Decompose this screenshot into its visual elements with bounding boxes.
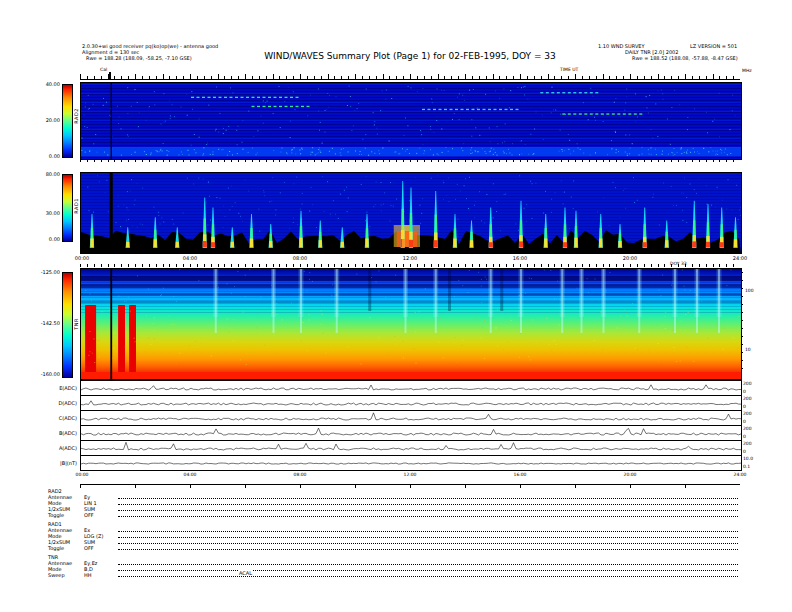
tnr-panel-label: TNR (73, 318, 79, 330)
status-row-value: HH (84, 572, 116, 578)
time-label-5: 20:00 (615, 255, 645, 261)
bottom-time-label-5: 20:00 (615, 472, 645, 477)
strip-chart-e (81, 381, 741, 396)
rad1-colorbar-mid: 30.00 (30, 210, 60, 216)
tnr-right-tick-100: 100 (745, 288, 754, 294)
rad2-spectrogram (81, 83, 741, 159)
time-label-1: 04:00 (175, 255, 205, 261)
tnr-panel (80, 268, 742, 380)
strip-c-min: 0 (743, 419, 746, 424)
strip-a-max: 200 (743, 441, 752, 446)
page-title: WIND/WAVES Summary Plot (Page 1) for 02-… (80, 51, 740, 62)
rad1-colorbar (62, 174, 73, 242)
rad2-colorbar (62, 84, 73, 158)
acal-annotation: ACAL (238, 570, 253, 576)
strip-trace-c (81, 411, 741, 425)
status-dotted-leader (118, 544, 738, 550)
status-row-label: Sweep (48, 572, 84, 578)
bottom-time-label-6: 24:00 (725, 472, 755, 477)
rad1-panel (80, 172, 742, 254)
time-label-2: 08:00 (285, 255, 315, 261)
rad1-panel-label: RAD1 (73, 198, 79, 214)
mhz-unit-label: MHz (742, 68, 752, 74)
wind-waves-summary-plot: 2.0.30+wi good receiver pq(ko)op(we) - a… (0, 0, 792, 612)
rad2-colorbar-max: 40.00 (30, 81, 60, 87)
status-row: ToggleOFF (48, 512, 740, 518)
strip-c-max: 200 (743, 411, 752, 416)
tnr-colorbar (62, 272, 73, 378)
strip-chart-b (81, 426, 741, 441)
cal-marker-label: Cal (100, 67, 107, 73)
strip-chart-a (81, 441, 741, 456)
strip-e-max: 200 (743, 381, 752, 386)
bottom-time-label-3: 12:00 (395, 472, 425, 477)
strip-trace-bmag (81, 456, 741, 470)
strip-trace-b (81, 426, 741, 440)
strip-a-min: 0 (743, 449, 746, 454)
status-group-tnr: TNR AntennaeEy,Ez ModeB,D SweepHHACAL (48, 554, 740, 578)
time-label-3: 12:00 (395, 255, 425, 261)
rad2-colorbar-min: 0.00 (30, 153, 60, 159)
time-label-0: 00:00 (67, 255, 97, 261)
rad2-colorbar-mid: 20.00 (30, 117, 60, 123)
status-row: SweepHHACAL (48, 572, 740, 578)
strip-label-c: C(ADC) (26, 415, 77, 421)
strip-label-b: B(ADC) (26, 430, 77, 436)
strip-label-d: D(ADC) (26, 400, 77, 406)
tnr-top-ticks (80, 264, 740, 267)
rad1-colorbar-min: 0.00 (30, 236, 60, 242)
strip-e-min: 0 (743, 389, 746, 394)
strip-b-min: 0 (743, 434, 746, 439)
strip-chart-block (80, 380, 742, 471)
strip-label-a: A(ADC) (26, 445, 77, 451)
strip-d-min: 0 (743, 404, 746, 409)
strip-d-max: 200 (743, 396, 752, 401)
status-dotted-leader (118, 511, 738, 517)
rad2-panel (80, 82, 742, 160)
instrument-status-block: RAD2 AntennaeEy ModeLIN 1 1/2xSUMSUM Tog… (48, 488, 740, 581)
lz-version-label: LZ VERSION = 501 (690, 43, 737, 49)
tnr-colorbar-max: -125.00 (26, 269, 60, 275)
status-row: ToggleOFF (48, 545, 740, 551)
status-dotted-leader: ACAL (118, 571, 738, 577)
time-label-4: 16:00 (505, 255, 535, 261)
rad2-panel-label: RAD2 (73, 108, 79, 124)
bottom-time-label-4: 16:00 (505, 472, 535, 477)
tnr-spectrogram (81, 269, 741, 379)
status-row-label: Toggle (48, 512, 84, 518)
time-label-6: 24:00 (725, 255, 755, 261)
bottom-time-label-0: 00:00 (67, 472, 97, 477)
strip-label-e: E(ADC) (26, 385, 77, 391)
bottom-time-label-1: 04:00 (175, 472, 205, 477)
bottom-time-label-2: 08:00 (285, 472, 315, 477)
tnr-right-tick-10: 10 (745, 347, 751, 353)
rad1-spectrogram (81, 173, 741, 253)
strip-chart-bmag (81, 456, 741, 470)
strip-bmag-min: 0.1 (743, 464, 750, 469)
strip-bmag-max: 10.0 (743, 456, 753, 461)
strip-chart-d (81, 396, 741, 411)
tnr-right-axis-ticks (741, 272, 743, 376)
time-axis-title: TIME UT (560, 67, 578, 73)
status-row-value: OFF (84, 545, 116, 551)
status-group-rad2: RAD2 AntennaeEy ModeLIN 1 1/2xSUMSUM Tog… (48, 488, 740, 518)
tnr-colorbar-min: -160.00 (26, 371, 60, 377)
strip-trace-e (81, 381, 741, 395)
strip-b-max: 200 (743, 426, 752, 431)
strip-chart-c (81, 411, 741, 426)
strip-label-bmag: |B|(nT) (26, 460, 77, 466)
strip-trace-d (81, 396, 741, 410)
status-group-rad1: RAD1 AntennaeEx ModeLOG (Z) 1/2xSUMSUM T… (48, 521, 740, 551)
status-row-value: OFF (84, 512, 116, 518)
rad2-bottom-ticks (80, 159, 740, 162)
tnr-colorbar-mid: -142.50 (26, 320, 60, 326)
rad1-colorbar-max: 80.00 (30, 171, 60, 177)
top-axis-line (80, 79, 740, 80)
status-row-label: Toggle (48, 545, 84, 551)
strip-trace-a (81, 441, 741, 455)
cal-tick (109, 72, 111, 80)
